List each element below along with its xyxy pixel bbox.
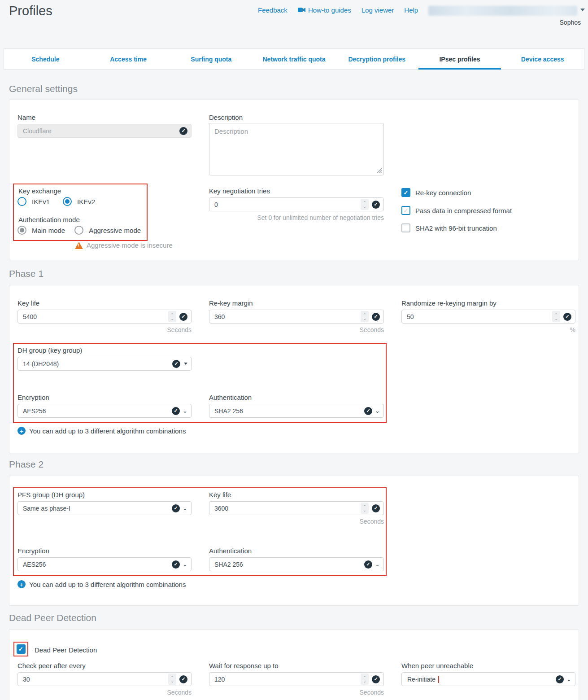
- check-peer-field[interactable]: 30 ⌃⌄ ✓: [17, 672, 192, 686]
- log-viewer-link[interactable]: Log viewer: [362, 6, 394, 14]
- dpd-enable-checkbox[interactable]: ✓: [17, 644, 26, 654]
- valid-check-icon: ✓: [172, 360, 180, 368]
- valid-check-icon: ✓: [179, 313, 187, 321]
- tab-access-time[interactable]: Access time: [87, 49, 170, 69]
- key-negotiation-field[interactable]: 0 ⌃⌄ ✓: [209, 197, 384, 211]
- sha2-truncation-label: SHA2 with 96-bit truncation: [415, 224, 497, 232]
- number-stepper[interactable]: ⌃⌄: [168, 674, 176, 685]
- main-mode-label: Main mode: [32, 227, 65, 234]
- valid-check-icon: ✓: [172, 560, 180, 569]
- ipsec-profiles-page: Profiles Feedback How-to guides Log view…: [0, 0, 588, 700]
- chevron-down-icon: ⌄: [183, 561, 187, 567]
- wait-response-label: Wait for response up to: [209, 662, 279, 669]
- description-field[interactable]: [209, 123, 384, 175]
- compressed-format-checkbox[interactable]: ✓: [401, 206, 410, 215]
- dpd-enable-label: Dead Peer Detection: [35, 646, 97, 654]
- number-stepper[interactable]: ⌃⌄: [361, 199, 369, 210]
- pfs-group-select[interactable]: Same as phase-I ✓ ⌄: [17, 501, 192, 515]
- valid-check-icon: ✓: [179, 675, 187, 683]
- add-plus-icon[interactable]: +: [17, 427, 26, 435]
- general-settings-card: Name Cloudflare ✓ Description Key exchan…: [9, 100, 579, 260]
- phase1-authentication-label: Authentication: [209, 394, 252, 401]
- phase2-key-life-field[interactable]: 3600 ⌃⌄ ✓: [209, 501, 384, 515]
- number-stepper[interactable]: ⌃⌄: [168, 311, 176, 322]
- phase2-authentication-select[interactable]: SHA2 256 ✓ ⌄: [209, 557, 384, 571]
- tab-network-traffic-quota[interactable]: Network traffic quota: [253, 49, 335, 69]
- feedback-link[interactable]: Feedback: [258, 6, 287, 14]
- rekey-connection-checkbox[interactable]: ✓: [401, 188, 410, 197]
- number-stepper[interactable]: ⌃⌄: [361, 674, 369, 685]
- key-exchange-highlight-box: Key exchange IKEv1 IKEv2 Authentication …: [13, 184, 148, 241]
- header-links: Feedback How-to guides Log viewer Help: [258, 6, 418, 14]
- phase1-authentication-select[interactable]: SHA2 256 ✓ ⌄: [209, 404, 384, 418]
- name-label: Name: [17, 114, 35, 121]
- check-peer-label: Check peer after every: [17, 662, 86, 669]
- tab-decryption-profiles[interactable]: Decryption profiles: [335, 49, 418, 69]
- tab-schedule[interactable]: Schedule: [4, 49, 87, 69]
- phase2-key-life-label: Key life: [209, 491, 231, 499]
- number-stepper[interactable]: ⌃⌄: [361, 311, 369, 322]
- sha2-truncation-checkbox[interactable]: ✓: [401, 223, 410, 232]
- rekey-margin-label: Re-key margin: [209, 299, 253, 307]
- ikev1-label: IKEv1: [32, 198, 50, 206]
- name-field: Cloudflare ✓: [17, 124, 192, 138]
- when-unreachable-label: When peer unreachable: [401, 662, 473, 669]
- valid-check-icon: ✓: [563, 313, 571, 321]
- phase1-key-life-label: Key life: [17, 299, 39, 307]
- key-negotiation-label: Key negotiation tries: [209, 187, 270, 195]
- key-negotiation-help: Set 0 for unlimited number of negotiatio…: [209, 214, 384, 221]
- valid-check-icon: ✓: [172, 407, 180, 415]
- tab-ipsec-profiles[interactable]: IPsec profiles: [418, 49, 501, 69]
- account-name-redacted[interactable]: [428, 6, 577, 16]
- aggressive-mode-label: Aggressive mode: [89, 227, 141, 234]
- dpd-heading: Dead Peer Detection: [9, 612, 96, 623]
- key-exchange-options: IKEv1 IKEv2: [17, 197, 95, 206]
- rekey-margin-field[interactable]: 360 ⌃⌄ ✓: [209, 310, 384, 324]
- tab-surfing-quota[interactable]: Surfing quota: [170, 49, 253, 69]
- help-link[interactable]: Help: [404, 6, 418, 14]
- ikev1-radio[interactable]: [17, 197, 26, 206]
- number-stepper[interactable]: ⌃⌄: [361, 503, 369, 514]
- rekey-margin-unit: Seconds: [209, 326, 384, 333]
- howto-guides-link[interactable]: How-to guides: [298, 6, 351, 14]
- tab-device-access[interactable]: Device access: [501, 49, 584, 69]
- phase2-key-life-unit: Seconds: [209, 518, 384, 525]
- randomize-margin-field[interactable]: 50 ⌃⌄ ✓: [401, 310, 575, 324]
- sha2-truncation-row: ✓ SHA2 with 96-bit truncation: [401, 223, 497, 232]
- video-camera-icon: [298, 6, 305, 14]
- account-dropdown-caret-icon[interactable]: [580, 9, 585, 11]
- phase2-encryption-select[interactable]: AES256 ✓ ⌄: [17, 557, 192, 571]
- chevron-down-icon: ⌄: [183, 408, 187, 414]
- brand-label: Sophos: [560, 19, 581, 26]
- chevron-down-icon: ⌄: [375, 561, 380, 567]
- phase1-add-combination-note: + You can add up to 3 different algorith…: [17, 427, 186, 435]
- wait-response-field[interactable]: 120 ⌃⌄ ✓: [209, 672, 384, 686]
- phase2-encryption-label: Encryption: [17, 547, 49, 555]
- phase1-encryption-select[interactable]: AES256 ✓ ⌄: [17, 404, 192, 418]
- main-mode-radio[interactable]: [17, 226, 26, 235]
- dh-group-select[interactable]: 14 (DH2048) ✓: [17, 357, 192, 371]
- chevron-down-icon: ⌄: [183, 505, 187, 511]
- number-stepper[interactable]: ⌃⌄: [552, 311, 560, 322]
- rekey-connection-label: Re-key connection: [415, 189, 471, 197]
- add-plus-icon[interactable]: +: [17, 580, 26, 588]
- when-unreachable-select[interactable]: Re-initiate ✓ ⌄: [401, 672, 575, 686]
- randomize-margin-label: Randomize re-keying margin by: [401, 299, 497, 307]
- valid-check-icon: ✓: [364, 560, 372, 569]
- warning-triangle-icon: [75, 242, 83, 249]
- dropdown-caret-icon: [184, 363, 187, 365]
- auth-mode-label: Authentication mode: [18, 216, 80, 223]
- phase1-key-life-field[interactable]: 5400 ⌃⌄ ✓: [17, 310, 192, 324]
- compressed-format-row: ✓ Pass data in compressed format: [401, 206, 512, 215]
- key-exchange-label: Key exchange: [18, 187, 61, 195]
- description-label: Description: [209, 114, 243, 121]
- dh-group-label: DH group (key group): [17, 346, 82, 354]
- rekey-connection-row: ✓ Re-key connection: [401, 188, 471, 197]
- ikev2-radio[interactable]: [63, 197, 72, 206]
- compressed-format-label: Pass data in compressed format: [415, 207, 512, 214]
- auth-mode-options: Main mode Aggressive mode: [17, 226, 141, 235]
- chevron-down-icon: ⌄: [375, 408, 380, 414]
- page-title: Profiles: [9, 4, 52, 18]
- aggressive-mode-radio[interactable]: [74, 226, 83, 235]
- dpd-checkbox-highlight-box: ✓: [13, 642, 28, 656]
